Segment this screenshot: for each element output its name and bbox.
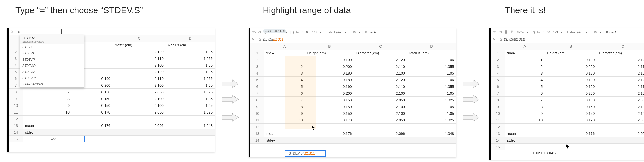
inline-formula-cell[interactable]: =st bbox=[49, 136, 85, 142]
row-header[interactable]: 10 bbox=[9, 102, 23, 109]
function-autocomplete-dropdown[interactable]: STDEV Standard deviation. STEYX STDEVA S… bbox=[20, 35, 84, 88]
cell[interactable]: 2.100 bbox=[354, 110, 407, 117]
cell[interactable]: mean bbox=[23, 122, 72, 129]
cell[interactable]: 9 bbox=[505, 110, 545, 117]
cell[interactable]: 6 bbox=[264, 90, 305, 97]
cell[interactable]: 8 bbox=[264, 103, 305, 110]
dropdown-item[interactable]: STDEV.S bbox=[20, 69, 84, 75]
row-header[interactable]: 14 bbox=[491, 137, 505, 144]
cell[interactable]: 2.100 bbox=[597, 70, 644, 77]
formula-input[interactable]: =STDEV.S(B2:B11 bbox=[256, 38, 456, 41]
cell[interactable]: 1.025 bbox=[407, 117, 456, 124]
cell[interactable]: Diameter (cm) bbox=[354, 50, 407, 56]
print-icon[interactable] bbox=[504, 30, 508, 34]
cell[interactable]: trial# bbox=[505, 50, 545, 56]
col-header[interactable]: C bbox=[113, 35, 166, 42]
row-header[interactable]: 15 bbox=[491, 144, 505, 150]
decrease-decimal[interactable]: .0 bbox=[301, 31, 303, 34]
cell[interactable]: 2.120 bbox=[113, 69, 166, 75]
row-header[interactable]: 13 bbox=[250, 130, 264, 137]
cell[interactable]: 0.190 bbox=[545, 56, 597, 63]
cell[interactable]: 1.05 bbox=[407, 70, 456, 77]
cell[interactable]: Radius (cm) bbox=[407, 50, 456, 56]
cell[interactable]: 0.150 bbox=[305, 103, 354, 110]
row-header[interactable]: 11 bbox=[250, 117, 264, 124]
cell[interactable]: 2.120 bbox=[354, 56, 407, 63]
row-header[interactable]: 4 bbox=[491, 70, 505, 77]
cell[interactable]: 0.180 bbox=[305, 70, 354, 77]
cell[interactable]: 4 bbox=[264, 77, 305, 83]
cell[interactable]: 9 bbox=[23, 102, 72, 109]
cell[interactable]: 7 bbox=[23, 89, 72, 95]
dropdown-item[interactable]: STEYX bbox=[20, 44, 84, 50]
row-header[interactable]: 1 bbox=[491, 50, 505, 56]
font-family-dropdown[interactable]: Default (Ari... bbox=[567, 31, 584, 34]
cell[interactable]: 0.190 bbox=[305, 56, 354, 63]
row-header[interactable]: 5 bbox=[250, 77, 264, 83]
cell[interactable]: 2.120 bbox=[113, 48, 166, 55]
cell[interactable]: 2.100 bbox=[113, 102, 166, 109]
dropdown-item[interactable]: STDEV.P bbox=[20, 63, 84, 69]
cell[interactable]: 1.048 bbox=[407, 130, 456, 137]
cell[interactable]: 1.05 bbox=[166, 82, 215, 89]
row-header[interactable]: 8 bbox=[9, 89, 23, 95]
cell[interactable]: 2.100 bbox=[354, 90, 407, 97]
col-header[interactable]: B bbox=[545, 43, 597, 50]
row-header[interactable]: 9 bbox=[491, 103, 505, 110]
row-header[interactable]: 5 bbox=[491, 77, 505, 83]
cell[interactable]: 8 bbox=[23, 95, 72, 102]
col-header[interactable]: C bbox=[354, 43, 407, 50]
cell[interactable]: 0.200 bbox=[305, 90, 354, 97]
cell[interactable]: 2.100 bbox=[597, 110, 644, 117]
cell[interactable]: 1.05 bbox=[407, 90, 456, 97]
cell[interactable]: 0.200 bbox=[305, 63, 354, 70]
cell[interactable]: 0.150 bbox=[72, 89, 113, 95]
cell[interactable]: 2.050 bbox=[597, 97, 644, 103]
cell[interactable]: 0.170 bbox=[305, 117, 354, 124]
cell[interactable]: 1.05 bbox=[407, 103, 456, 110]
dropdown-item[interactable]: STDEVP bbox=[20, 56, 84, 63]
formula-input[interactable]: =st bbox=[15, 30, 215, 33]
cell[interactable]: 1.055 bbox=[407, 83, 456, 90]
text-color-button[interactable]: A bbox=[374, 31, 376, 34]
increase-decimal[interactable]: .00 bbox=[305, 31, 309, 34]
cell[interactable]: 2.050 bbox=[113, 109, 166, 116]
cell[interactable]: stdev bbox=[505, 137, 545, 144]
text-color-button[interactable]: A bbox=[615, 31, 617, 34]
cell[interactable]: 4 bbox=[505, 77, 545, 83]
format-percent[interactable]: % bbox=[296, 31, 299, 34]
row-header[interactable]: 9 bbox=[250, 103, 264, 110]
cell[interactable]: 0.150 bbox=[72, 95, 113, 102]
font-family-dropdown[interactable]: Default (Ari... bbox=[327, 31, 343, 34]
cell[interactable]: 0.200 bbox=[545, 90, 597, 97]
cell[interactable]: 2.100 bbox=[354, 70, 407, 77]
cell[interactable]: 2.110 bbox=[354, 63, 407, 70]
cell[interactable]: 0.180 bbox=[305, 77, 354, 83]
row-header[interactable]: 13 bbox=[491, 130, 505, 137]
number-format-dropdown[interactable]: 123 bbox=[311, 30, 318, 34]
cell[interactable]: 9 bbox=[264, 110, 305, 117]
cell[interactable]: Radius (cm) bbox=[166, 42, 215, 48]
cell[interactable]: 1.025 bbox=[166, 109, 215, 116]
undo-icon[interactable] bbox=[252, 30, 256, 34]
row-header[interactable]: 1 bbox=[250, 50, 264, 56]
cell[interactable]: 0.176 bbox=[305, 130, 354, 137]
cell[interactable]: 2.110 bbox=[354, 83, 407, 90]
row-header[interactable]: 4 bbox=[250, 70, 264, 77]
cell[interactable]: 0.150 bbox=[545, 97, 597, 103]
cell[interactable]: 2.100 bbox=[354, 103, 407, 110]
italic-button[interactable]: I bbox=[369, 31, 369, 34]
paint-format-icon[interactable] bbox=[510, 30, 514, 34]
cell[interactable]: 2.110 bbox=[597, 63, 644, 70]
redo-icon[interactable] bbox=[258, 30, 261, 34]
cell[interactable]: 2.110 bbox=[113, 75, 166, 82]
cell[interactable]: 2.110 bbox=[113, 55, 166, 62]
cell[interactable]: 1.05 bbox=[166, 95, 215, 102]
font-size-dropdown[interactable]: 10 bbox=[352, 30, 357, 34]
cell[interactable]: 2 bbox=[264, 63, 305, 70]
cell[interactable]: Diameter (cm) bbox=[597, 50, 644, 56]
cell[interactable]: 2.050 bbox=[354, 117, 407, 124]
cell[interactable]: 10 bbox=[264, 117, 305, 124]
cell[interactable]: 5 bbox=[505, 83, 545, 90]
row-header[interactable]: 6 bbox=[250, 83, 264, 90]
